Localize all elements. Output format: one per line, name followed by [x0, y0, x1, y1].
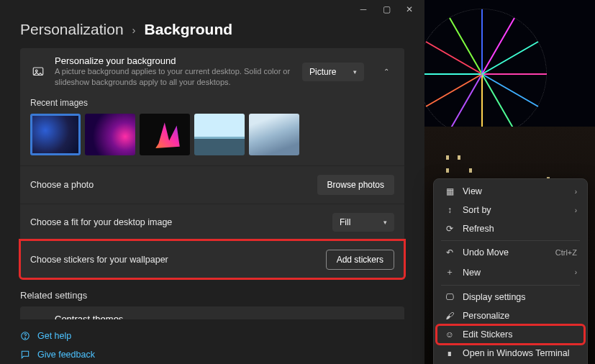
recent-image-thumb[interactable]: [30, 114, 81, 155]
add-stickers-button[interactable]: Add stickers: [326, 250, 394, 270]
close-button[interactable]: ✕: [404, 4, 414, 14]
collapse-panel-button[interactable]: ⌃: [378, 64, 394, 80]
ctx-undo[interactable]: ↶ Undo Move Ctrl+Z: [437, 243, 584, 262]
svg-point-1: [35, 70, 37, 72]
new-icon: ＋: [444, 266, 455, 278]
minimize-button[interactable]: ─: [358, 4, 368, 14]
contrast-themes-panel[interactable]: Contrast themes Color themes for low vis…: [20, 306, 404, 319]
choose-fit-label: Choose a fit for your desktop image: [30, 217, 324, 227]
background-type-value: Picture: [309, 67, 336, 77]
chevron-right-icon: ›: [575, 268, 577, 276]
breadcrumb-parent[interactable]: Personalization: [20, 21, 124, 38]
ctx-view[interactable]: ▦ View ›: [437, 182, 584, 201]
background-type-select[interactable]: Picture ▾: [302, 63, 364, 81]
chevron-down-icon: ▾: [353, 68, 357, 76]
chevron-right-icon: ›: [575, 206, 577, 214]
recent-image-thumb[interactable]: [85, 114, 135, 155]
panel-title: Personalize your background: [55, 55, 294, 66]
choose-fit-row: Choose a fit for your desktop image Fill…: [20, 204, 404, 240]
ctx-refresh[interactable]: ⟳ Refresh: [437, 219, 584, 238]
personalize-icon: 🖌: [444, 311, 455, 321]
picture-icon: [30, 65, 46, 78]
choose-photo-row: Choose a photo Browse photos: [20, 165, 404, 204]
window-titlebar: ─ ▢ ✕: [0, 0, 424, 18]
ferris-wheel-art: [424, 9, 547, 138]
chevron-right-icon: ›: [132, 24, 136, 36]
chevron-down-icon: ▾: [383, 219, 387, 226]
recent-images-list: [30, 114, 394, 155]
choose-stickers-row: Choose stickers for your wallpaper Add s…: [20, 240, 404, 278]
accelerator: Ctrl+Z: [555, 248, 577, 257]
fit-select[interactable]: Fill ▾: [332, 213, 394, 232]
svg-point-4: [25, 337, 26, 338]
recent-image-thumb[interactable]: [249, 114, 299, 155]
choose-photo-label: Choose a photo: [30, 180, 309, 190]
breadcrumb: Personalization › Background: [0, 18, 424, 48]
display-icon: 🖵: [444, 292, 455, 302]
ctx-display-settings[interactable]: 🖵 Display settings: [437, 288, 584, 306]
give-feedback-link[interactable]: Give feedback: [20, 345, 404, 364]
separator: [441, 240, 580, 241]
desktop-context-menu: ▦ View › ↕ Sort by › ⟳ Refresh ↶ Undo Mo…: [433, 178, 588, 364]
refresh-icon: ⟳: [444, 224, 455, 234]
ctx-new[interactable]: ＋ New ›: [437, 262, 584, 283]
recent-images-label: Recent images: [30, 98, 394, 108]
settings-window: ─ ▢ ✕ Personalization › Background Perso…: [0, 0, 424, 364]
ctx-personalize[interactable]: 🖌 Personalize: [437, 306, 584, 325]
separator: [441, 285, 580, 286]
maximize-button[interactable]: ▢: [381, 4, 391, 14]
ctx-edit-stickers[interactable]: ☺ Edit Stickers: [437, 325, 584, 344]
breadcrumb-current: Background: [145, 21, 233, 38]
choose-stickers-label: Choose stickers for your wallpaper: [30, 255, 317, 265]
recent-image-thumb[interactable]: [194, 114, 245, 155]
ctx-open-terminal[interactable]: ∎ Open in Windows Terminal: [437, 344, 584, 363]
get-help-link[interactable]: Get help: [20, 327, 404, 345]
recent-image-thumb[interactable]: [140, 114, 190, 155]
fit-select-value: Fill: [340, 217, 350, 227]
browse-photos-button[interactable]: Browse photos: [317, 175, 394, 195]
sort-icon: ↕: [444, 205, 455, 215]
undo-icon: ↶: [444, 247, 455, 258]
give-feedback-label: Give feedback: [37, 350, 95, 360]
related-settings-title: Related settings: [20, 290, 404, 301]
chevron-right-icon: ›: [575, 188, 577, 196]
sticker-icon: ☺: [444, 329, 455, 340]
view-icon: ▦: [444, 186, 455, 196]
get-help-label: Get help: [37, 331, 71, 341]
panel-subtitle: A picture background applies to your cur…: [55, 66, 294, 88]
contrast-title: Contrast themes: [55, 314, 383, 319]
ctx-sort[interactable]: ↕ Sort by ›: [437, 201, 584, 219]
background-panel: Personalize your background A picture ba…: [20, 48, 404, 278]
terminal-icon: ∎: [444, 348, 455, 358]
